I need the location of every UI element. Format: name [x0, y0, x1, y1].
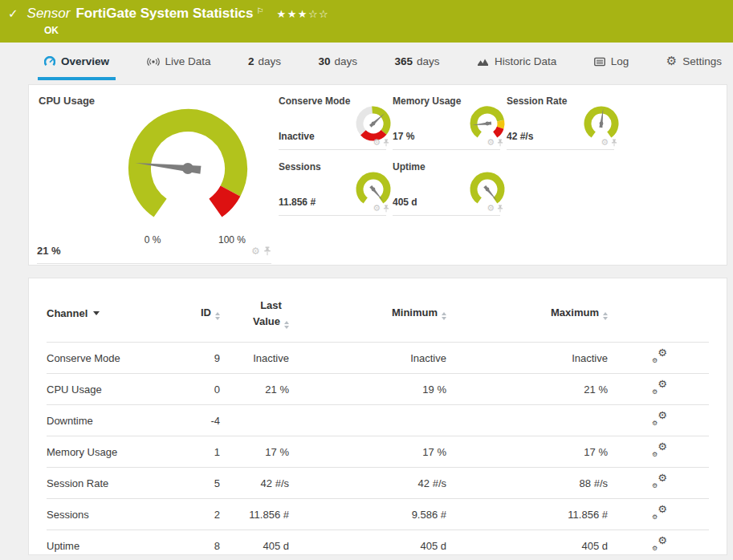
gauge-scale-max: 100 % — [208, 234, 256, 246]
column-header-label: Value — [253, 315, 280, 327]
flag-icon[interactable]: ⚐ — [257, 6, 264, 15]
channel-title: Conserve Mode — [279, 95, 350, 107]
tab-settings[interactable]: ⚙ Settings — [666, 43, 722, 80]
column-header-id[interactable]: ID — [185, 278, 220, 343]
channel-maximum: 405 d — [446, 530, 608, 560]
gear-icon[interactable]: ⚙ — [373, 204, 381, 213]
column-header-label: Last — [260, 299, 282, 311]
column-header-channel[interactable]: Channel — [47, 278, 185, 343]
column-header-label: Channel — [47, 307, 88, 319]
tab-label: Overview — [61, 55, 109, 67]
channel-title: Memory Usage — [393, 95, 461, 107]
pin-icon[interactable] — [611, 139, 617, 147]
gauges-panel: CPU Usage 0 % 100 % 21 % ⚙ Conserve Mode… — [28, 84, 727, 266]
channels-table: Channel ID Last Value Minimum Maximum — [47, 278, 709, 560]
channel-maximum — [446, 405, 608, 436]
mini-panel-uptime: Uptime 405 d ⚙ — [393, 159, 500, 216]
table-row: Conserve Mode 9 Inactive Inactive Inacti… — [47, 343, 709, 374]
channel-name: Session Rate — [47, 468, 185, 499]
table-header-row: Channel ID Last Value Minimum Maximum — [47, 278, 709, 343]
channel-title: Session Rate — [507, 95, 567, 107]
tab-number: 2 — [248, 55, 255, 67]
gear-icon[interactable]: ⚙ — [601, 138, 609, 147]
channel-maximum: Inactive — [446, 343, 608, 374]
mini-panel-sessions: Sessions 11.856 # ⚙ — [279, 159, 386, 216]
channel-title: Sessions — [279, 161, 321, 172]
sensor-kind-label: Sensor — [27, 6, 71, 22]
channel-name: Downtime — [47, 405, 185, 436]
pin-icon[interactable] — [383, 205, 389, 213]
channel-id: 5 — [185, 468, 220, 499]
channel-minimum: 17 % — [289, 436, 446, 468]
panel-action-icons: ⚙ — [373, 204, 389, 213]
tab-overview[interactable]: Overview — [44, 43, 109, 80]
channel-maximum: 88 #/s — [446, 468, 608, 499]
tab-live-data[interactable]: Live Data — [147, 43, 211, 80]
mini-panel-memory-usage: Memory Usage 17 % ⚙ — [393, 93, 500, 150]
panel-action-icons: ⚙ — [251, 246, 271, 256]
log-list-icon — [594, 57, 605, 67]
gear-icon[interactable]: ⚙ — [373, 138, 381, 147]
panel-action-icons: ⚙ — [373, 138, 389, 147]
pin-icon[interactable] — [383, 139, 389, 147]
channel-last-value: 405 d — [220, 530, 289, 560]
tab-2-days[interactable]: 2 days — [248, 43, 281, 80]
sensor-status-banner: ✓ Sensor FortiGate System Statistics ⚐ ★… — [0, 0, 733, 43]
channel-settings-icon[interactable]: ⚙⚙ — [652, 412, 667, 426]
channel-name: Conserve Mode — [47, 343, 185, 374]
channel-settings-icon[interactable]: ⚙⚙ — [652, 381, 667, 395]
tab-365-days[interactable]: 365 days — [395, 43, 440, 80]
channel-id: 0 — [185, 374, 220, 405]
table-row: Downtime -4 ⚙⚙ — [47, 405, 709, 436]
pin-icon[interactable] — [497, 205, 503, 213]
channel-settings-icon[interactable]: ⚙⚙ — [652, 475, 667, 489]
gauge-icon — [44, 56, 55, 67]
channel-settings-icon[interactable]: ⚙⚙ — [652, 506, 667, 520]
banner-title-row: ✓ Sensor FortiGate System Statistics ⚐ ★… — [0, 0, 733, 22]
channel-settings-icon[interactable]: ⚙⚙ — [652, 538, 667, 551]
table-row: Uptime 8 405 d 405 d 405 d ⚙⚙ — [47, 530, 709, 560]
channel-last-value — [220, 405, 289, 436]
channel-id: 2 — [185, 499, 220, 530]
channel-minimum: 405 d — [289, 530, 446, 560]
sort-icon — [442, 312, 446, 320]
channel-id: 1 — [185, 436, 220, 468]
channel-minimum: 9.586 # — [289, 499, 446, 530]
column-header-minimum[interactable]: Minimum — [289, 278, 446, 343]
tab-30-days[interactable]: 30 days — [319, 43, 358, 80]
tab-historic-data[interactable]: Historic Data — [477, 43, 556, 80]
channel-settings-icon[interactable]: ⚙⚙ — [652, 350, 667, 363]
channel-settings-icon[interactable]: ⚙⚙ — [652, 444, 667, 457]
primary-channel-value: 21 % — [37, 245, 61, 257]
priority-star-rating[interactable]: ★★★☆☆ — [277, 8, 330, 20]
channel-value: 42 #/s — [507, 131, 533, 142]
sensor-title: FortiGate System Statistics — [75, 6, 253, 22]
channel-last-value: 17 % — [220, 436, 289, 468]
table-row: Session Rate 5 42 #/s 42 #/s 88 #/s ⚙⚙ — [47, 468, 709, 499]
channel-minimum: 19 % — [289, 374, 446, 405]
tab-number: 365 — [395, 55, 413, 67]
gear-icon: ⚙ — [666, 55, 677, 67]
mini-gauge-grid: Conserve Mode Inactive ⚙ Memory Usage 17… — [279, 93, 621, 225]
channel-minimum: 42 #/s — [289, 468, 446, 499]
gear-icon[interactable]: ⚙ — [487, 204, 495, 213]
channel-minimum — [289, 405, 446, 436]
tab-log[interactable]: Log — [594, 43, 629, 80]
panel-action-icons: ⚙ — [601, 138, 617, 147]
channel-value: 405 d — [393, 197, 417, 208]
column-header-maximum[interactable]: Maximum — [446, 278, 608, 343]
column-header-actions — [608, 278, 709, 343]
column-header-last-value[interactable]: Last Value — [220, 278, 289, 343]
pin-icon[interactable] — [263, 246, 271, 256]
panel-action-icons: ⚙ — [487, 138, 503, 147]
tab-label: days — [417, 55, 440, 67]
divider — [37, 263, 271, 264]
check-icon: ✓ — [8, 8, 18, 20]
cpu-gauge-chart — [108, 90, 268, 222]
channel-maximum: 17 % — [446, 436, 608, 468]
gear-icon[interactable]: ⚙ — [251, 246, 260, 256]
tab-number: 30 — [319, 55, 331, 67]
gear-icon[interactable]: ⚙ — [487, 138, 495, 147]
table-row: CPU Usage 0 21 % 19 % 21 % ⚙⚙ — [47, 374, 709, 405]
pin-icon[interactable] — [497, 139, 503, 147]
